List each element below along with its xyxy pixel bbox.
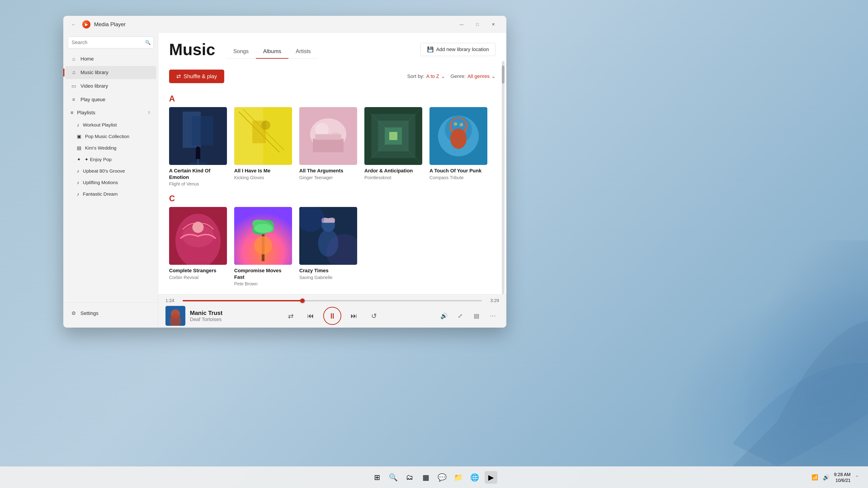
album-title: All I Have Is Me <box>234 168 292 174</box>
sidebar-item-settings[interactable]: ⚙ Settings <box>65 307 156 320</box>
album-art <box>234 207 292 265</box>
taskbar-explorer-icon[interactable]: 📁 <box>452 471 465 484</box>
clock-time: 9:28 AM <box>834 471 850 477</box>
progress-thumb[interactable] <box>300 298 305 303</box>
playlist-icon: ≡ <box>70 110 73 116</box>
taskbar-chat-icon[interactable]: 💬 <box>436 471 448 484</box>
star-icon: ✦ <box>77 157 81 162</box>
playlist-lines-icon: ▤ <box>77 145 81 151</box>
scroll-thumb[interactable] <box>502 66 504 84</box>
minimize-button[interactable]: — <box>454 19 469 30</box>
taskbar-chevron-icon[interactable]: ⌃ <box>855 475 859 480</box>
taskbar-time[interactable]: 9:28 AM 10/6/21 <box>834 471 850 483</box>
album-card[interactable]: Crazy Times Saving Gabrielle <box>299 207 357 287</box>
shuffle-play-button[interactable]: ⇄ Shuffle & play <box>169 70 224 83</box>
sidebar-item-wedding[interactable]: ▤ Kim's Wedding <box>65 142 156 154</box>
back-button[interactable]: ← <box>69 20 79 29</box>
content-toolbar: ⇄ Shuffle & play Sort by: A to Z ⌄ Genre… <box>158 64 506 89</box>
clock-date: 10/6/21 <box>834 477 850 483</box>
album-artist: Pointlessknot <box>364 175 422 180</box>
album-art <box>169 207 227 265</box>
album-card[interactable]: All I Have Is Me Kicking Gloves <box>234 107 292 187</box>
progress-track[interactable] <box>183 300 482 301</box>
sidebar-item-fantastic[interactable]: ♪ Fantastic Dream <box>65 188 156 200</box>
sidebar-item-play-queue[interactable]: ≡ Play queue <box>65 93 156 106</box>
album-card[interactable]: Ardor & Anticipation Pointlessknot <box>364 107 422 187</box>
tab-artists[interactable]: Artists <box>288 44 318 59</box>
sidebar-item-uplifting[interactable]: ♪ Uplifting Motions <box>65 177 156 188</box>
main-header: Music Songs Albums Artists 💾 Add new lib… <box>158 33 506 64</box>
taskbar-start-icon[interactable]: ⊞ <box>371 471 383 484</box>
taskbar-right: 📶 🔊 9:28 AM 10/6/21 ⌃ <box>811 471 859 483</box>
album-art <box>169 107 227 165</box>
album-card[interactable]: Compromise Moves Fast Pete Brown <box>234 207 292 287</box>
prev-button[interactable]: ⏮ <box>303 308 318 323</box>
track-title: Manic Trust <box>190 310 222 317</box>
svg-point-40 <box>192 222 204 233</box>
right-controls: 🔊 ⤢ ▤ ⋯ <box>427 310 499 322</box>
close-button[interactable]: ✕ <box>486 19 501 30</box>
search-input[interactable] <box>68 37 153 48</box>
section-c: C <box>169 194 495 203</box>
add-library-label: Add new library location <box>436 46 489 53</box>
album-title: Crazy Times <box>299 267 357 274</box>
sidebar-item-workout[interactable]: ♪ Workout Playlist <box>65 119 156 131</box>
queue-button[interactable]: ▤ <box>470 310 483 322</box>
playback-bar: 1:24 3:29 <box>158 294 506 328</box>
taskbar-media-icon[interactable]: ▶ <box>485 471 497 484</box>
next-button[interactable]: ⏭ <box>347 308 361 323</box>
sort-by-value: A to Z <box>426 73 439 79</box>
main-title-row: Music Songs Albums Artists 💾 Add new lib… <box>169 40 495 59</box>
album-card[interactable]: All The Arguments Ginger Teenager <box>299 107 357 187</box>
music-icon: ♫ <box>70 70 77 75</box>
tab-albums[interactable]: Albums <box>256 44 288 59</box>
album-title: Compromise Moves Fast <box>234 267 292 281</box>
repeat-button[interactable]: ↺ <box>367 308 381 323</box>
svg-rect-7 <box>196 150 200 159</box>
albums-scroll[interactable]: A <box>158 89 506 294</box>
sidebar-item-label: Settings <box>81 311 98 316</box>
shuffle-button[interactable]: ⇄ <box>283 308 298 323</box>
album-card[interactable]: Complete Strangers Corbin Revival <box>169 207 227 287</box>
genre-control[interactable]: Genre: All genres ⌄ <box>451 73 495 79</box>
album-card[interactable]: A Touch Of Your Punk Compass Tribute <box>430 107 487 187</box>
sidebar-item-home[interactable]: ⌂ Home <box>65 53 156 66</box>
taskbar-edge-icon[interactable]: 🌐 <box>468 471 481 484</box>
sidebar-item-pop[interactable]: ▣ Pop Music Collection <box>65 131 156 142</box>
album-artist: Corbin Revival <box>169 275 227 280</box>
play-pause-button[interactable]: ⏸ <box>323 307 341 325</box>
sort-by-control[interactable]: Sort by: A to Z ⌄ <box>407 73 445 79</box>
taskbar-store-icon[interactable]: ▦ <box>420 471 432 484</box>
tabs: Songs Albums Artists <box>226 44 318 59</box>
section-a: A <box>169 94 495 103</box>
shuffle-icon: ⇄ <box>176 73 181 79</box>
taskbar-files-icon[interactable]: 🗂 <box>403 471 416 484</box>
sidebar-item-label: Uplifting Motions <box>83 180 118 185</box>
current-time: 1:24 <box>165 298 179 303</box>
tab-songs[interactable]: Songs <box>226 44 256 59</box>
taskbar-search-icon[interactable]: 🔍 <box>387 471 400 484</box>
sidebar-item-enjoy[interactable]: ✦ ✦ Enjoy Pop <box>65 154 156 165</box>
volume-button[interactable]: 🔊 <box>438 310 450 322</box>
more-button[interactable]: ⋯ <box>487 310 499 322</box>
svg-point-34 <box>450 129 467 149</box>
genre-chevron-icon: ⌄ <box>491 73 495 79</box>
sidebar-item-video-library[interactable]: ▭ Video library <box>65 79 156 93</box>
maximize-button[interactable]: □ <box>470 19 485 30</box>
add-library-button[interactable]: 💾 Add new library location <box>421 43 495 56</box>
app-title: Media Player <box>94 21 450 28</box>
album-card[interactable]: A Certain Kind Of Emotion Flight of Venu… <box>169 107 227 187</box>
svg-point-36 <box>460 123 463 127</box>
album-art <box>234 107 292 165</box>
album-artist: Saving Gabrielle <box>299 275 357 280</box>
svg-point-0 <box>636 240 868 466</box>
progress-row: 1:24 3:29 <box>165 294 499 304</box>
sidebar-item-upbeat[interactable]: ♪ Upbeat 80's Groove <box>65 165 156 177</box>
album-title: Complete Strangers <box>169 267 227 274</box>
sidebar-item-music-library[interactable]: ♫ Music library <box>65 66 156 79</box>
video-icon: ▭ <box>70 83 77 89</box>
miniplayer-button[interactable]: ⤢ <box>454 310 467 322</box>
playlists-section-header[interactable]: ≡ Playlists ⇧ <box>65 107 156 119</box>
controls-row: Manic Trust Deaf Tortoises ⇄ ⏮ ⏸ ⏭ ↺ 🔊 ⤢ <box>165 304 499 328</box>
app-window: ← ▶ Media Player — □ ✕ 🔍 ⌂ Home ♫ Mu <box>63 16 506 328</box>
